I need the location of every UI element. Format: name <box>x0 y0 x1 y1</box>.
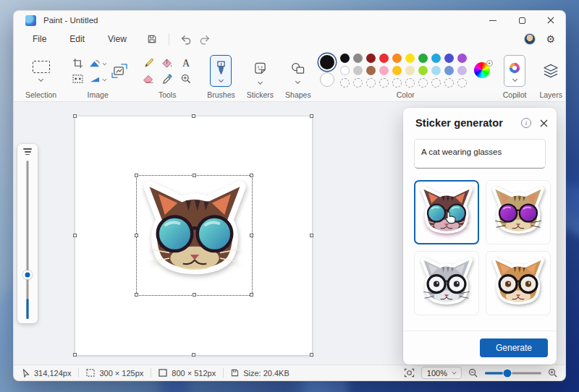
color-swatch[interactable] <box>418 54 428 63</box>
empty-color-slot[interactable] <box>431 78 441 88</box>
redo-button[interactable] <box>195 32 214 46</box>
selection-resize-handle[interactable] <box>135 234 138 237</box>
zoom-level-dropdown[interactable]: 100% <box>421 367 462 379</box>
empty-color-slot[interactable] <box>405 78 415 88</box>
zoom-slider-thumb[interactable] <box>504 369 512 377</box>
copilot-button[interactable] <box>504 55 525 87</box>
resize-icon[interactable] <box>111 64 127 78</box>
select-all-icon[interactable] <box>72 74 83 83</box>
menu-file[interactable]: File <box>25 32 54 46</box>
rotate-button[interactable] <box>89 59 106 68</box>
color-swatch[interactable] <box>353 54 363 63</box>
canvas-resize-handle[interactable] <box>310 234 313 237</box>
sticker-result-cat-purple-sunglasses[interactable] <box>486 180 551 244</box>
selection-resize-handle[interactable] <box>250 293 253 297</box>
chevron-down-icon[interactable] <box>38 77 43 82</box>
slider-track[interactable] <box>27 161 29 319</box>
selection-resize-handle[interactable] <box>193 174 196 177</box>
settings-gear-icon[interactable]: ⚙ <box>546 34 555 44</box>
color-swatch[interactable] <box>340 66 350 75</box>
color-swatch[interactable] <box>444 66 454 75</box>
menu-view[interactable]: View <box>101 32 134 46</box>
color-swatch[interactable] <box>366 66 376 75</box>
color-swatch[interactable] <box>340 54 350 63</box>
background-color-swatch[interactable] <box>320 72 334 87</box>
panel-close-button[interactable] <box>540 119 548 127</box>
title-bar[interactable]: Paint - Untitled <box>14 11 565 30</box>
color-swatch[interactable] <box>418 66 428 75</box>
selection-box[interactable] <box>136 175 253 296</box>
prompt-input[interactable]: A cat wearing glasses <box>414 139 546 169</box>
color-swatch[interactable] <box>444 54 454 63</box>
sticker-result-cat-teal-sunglasses[interactable] <box>414 180 479 244</box>
text-tool-icon[interactable]: A <box>181 58 191 68</box>
crop-icon[interactable] <box>72 58 83 69</box>
undo-button[interactable] <box>177 32 195 46</box>
canvas-resize-handle[interactable] <box>73 114 77 118</box>
save-button[interactable] <box>143 32 161 46</box>
color-swatch[interactable] <box>405 54 415 63</box>
menu-edit[interactable]: Edit <box>62 32 92 46</box>
eraser-icon[interactable] <box>143 74 154 84</box>
pencil-icon[interactable] <box>143 58 154 69</box>
canvas-resize-handle[interactable] <box>310 114 313 118</box>
color-swatch[interactable] <box>379 54 389 63</box>
fill-bucket-icon[interactable] <box>161 58 173 69</box>
empty-color-slot[interactable] <box>353 78 363 88</box>
maximize-button[interactable] <box>507 11 536 30</box>
stickers-button[interactable] <box>253 59 267 84</box>
flip-button[interactable] <box>90 74 106 84</box>
canvas-resize-handle[interactable] <box>192 114 195 118</box>
sticker-result-cat-tabby-glasses[interactable] <box>486 251 551 315</box>
selected-sticker-cat-image[interactable] <box>140 179 249 289</box>
selection-resize-handle[interactable] <box>250 174 253 177</box>
color-swatch[interactable] <box>431 54 441 63</box>
sticker-result-cat-gray-glasses[interactable] <box>414 251 479 315</box>
selection-resize-handle[interactable] <box>193 293 196 297</box>
color-swatch[interactable] <box>457 54 467 63</box>
zoom-in-icon[interactable] <box>548 368 558 378</box>
size-slider[interactable] <box>17 161 38 319</box>
brushes-button[interactable] <box>210 55 232 87</box>
info-icon[interactable]: i <box>521 118 531 128</box>
color-swatch[interactable] <box>405 66 415 75</box>
zoom-out-icon[interactable] <box>468 368 478 378</box>
empty-color-slot[interactable] <box>418 78 428 88</box>
magnifier-icon[interactable] <box>181 74 191 84</box>
color-swatch[interactable] <box>353 66 363 75</box>
eyedropper-icon[interactable] <box>162 74 172 85</box>
shapes-button[interactable] <box>291 59 305 83</box>
empty-color-slot[interactable] <box>366 78 376 88</box>
copilot-icon <box>508 61 521 74</box>
slider-thumb[interactable] <box>23 270 33 279</box>
empty-color-slot[interactable] <box>379 78 389 88</box>
minimize-button[interactable] <box>478 11 507 30</box>
foreground-color-swatch[interactable] <box>320 55 334 69</box>
empty-color-slot[interactable] <box>392 78 402 88</box>
account-avatar[interactable] <box>524 33 536 45</box>
canvas-resize-handle[interactable] <box>73 353 77 357</box>
selection-resize-handle[interactable] <box>250 234 253 237</box>
color-swatch[interactable] <box>392 66 402 75</box>
empty-color-slot[interactable] <box>340 78 350 88</box>
close-button[interactable] <box>536 11 565 30</box>
color-swatch[interactable] <box>431 66 441 75</box>
canvas-resize-handle[interactable] <box>310 353 313 357</box>
edit-colors-button[interactable]: + <box>474 62 491 80</box>
color-swatch[interactable] <box>366 54 376 63</box>
fit-to-screen-icon[interactable] <box>404 368 415 378</box>
zoom-slider[interactable] <box>485 369 541 378</box>
color-swatch[interactable] <box>379 66 389 75</box>
canvas-resize-handle[interactable] <box>73 234 77 237</box>
empty-color-slot[interactable] <box>444 78 454 88</box>
empty-color-slot[interactable] <box>457 78 467 88</box>
generate-button[interactable]: Generate <box>480 338 548 357</box>
drawing-canvas[interactable] <box>75 116 312 355</box>
color-swatch[interactable] <box>392 54 402 63</box>
selection-tool[interactable] <box>33 61 50 81</box>
layers-button[interactable] <box>543 64 559 79</box>
color-swatch[interactable] <box>457 66 467 75</box>
selection-resize-handle[interactable] <box>135 293 138 297</box>
selection-resize-handle[interactable] <box>135 174 138 177</box>
canvas-resize-handle[interactable] <box>192 353 195 357</box>
